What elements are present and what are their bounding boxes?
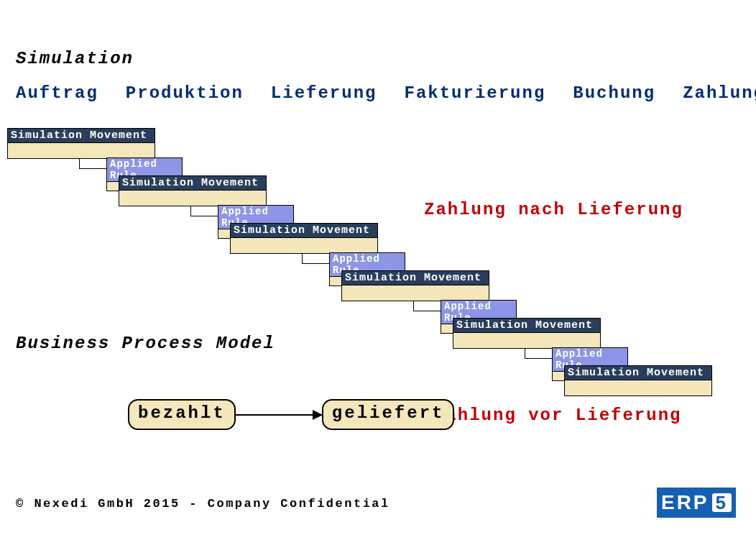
bpm-node-geliefert: geliefert <box>322 399 455 430</box>
simulation-movement-box: Simulation Movement <box>7 128 155 159</box>
logo-number: 5 <box>712 493 732 512</box>
simulation-movement-box: Simulation Movement <box>119 175 267 206</box>
simulation-movement-box: Simulation Movement <box>341 270 489 301</box>
bpm-node-bezahlt: bezahlt <box>128 399 236 430</box>
logo-text: ERP <box>661 491 709 514</box>
sim-box-header: Simulation Movement <box>453 318 601 332</box>
simulation-movement-box: Simulation Movement <box>564 365 712 396</box>
erp5-logo: ERP5 <box>657 488 736 518</box>
simulation-cascade: Simulation Movement Applied Rule Simulat… <box>7 128 740 394</box>
phase-row: Auftrag Produktion Lieferung Fakturierun… <box>16 83 756 103</box>
simulation-movement-box: Simulation Movement <box>453 318 601 349</box>
sim-box-body <box>341 285 489 301</box>
phase-auftrag: Auftrag <box>16 83 98 103</box>
sim-box-header: Simulation Movement <box>230 223 378 237</box>
sim-box-body <box>230 237 378 254</box>
sim-box-body <box>7 142 155 159</box>
sim-box-body <box>119 190 267 206</box>
phase-buchung: Buchung <box>573 83 655 103</box>
sim-box-header: Simulation Movement <box>7 128 155 142</box>
arrow-icon <box>236 414 322 416</box>
phase-produktion: Produktion <box>126 83 244 103</box>
sim-box-header: Simulation Movement <box>341 270 489 285</box>
simulation-movement-box: Simulation Movement <box>230 223 378 254</box>
label-payment-after-delivery: Zahlung nach Lieferung <box>424 200 683 219</box>
footer-copyright: © Nexedi GmbH 2015 - Company Confidentia… <box>16 497 390 511</box>
sim-box-header: Simulation Movement <box>564 365 712 380</box>
sim-box-header: Simulation Movement <box>119 175 267 190</box>
label-payment-before-delivery: Zahlung vor Lieferung <box>434 406 681 425</box>
phase-lieferung: Lieferung <box>271 83 377 103</box>
phase-zahlung: Zahlung <box>683 83 756 103</box>
sim-box-body <box>564 380 712 396</box>
bpm-flow: bezahlt geliefert <box>128 399 454 430</box>
section-title-simulation: Simulation <box>16 49 134 68</box>
sim-box-body <box>453 332 601 349</box>
phase-fakturierung: Fakturierung <box>404 83 545 103</box>
